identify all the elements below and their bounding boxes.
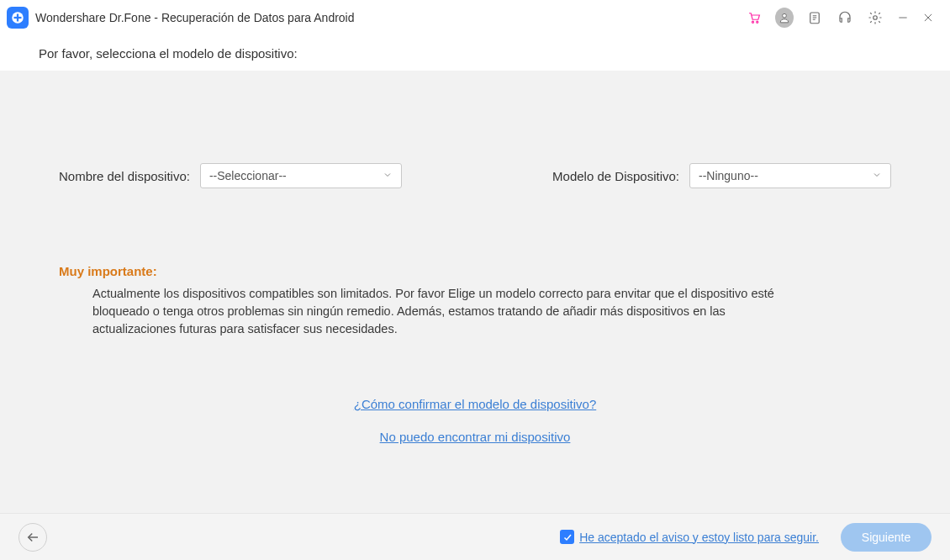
account-icon[interactable] bbox=[775, 8, 794, 27]
instruction-text: Por favor, selecciona el modelo de dispo… bbox=[0, 35, 950, 71]
titlebar: Wondershare Dr.Fone - Recuperación de Da… bbox=[0, 0, 950, 35]
svg-point-7 bbox=[873, 16, 878, 20]
important-notice: Muy importante: Actualmente los disposit… bbox=[59, 264, 891, 338]
svg-point-3 bbox=[752, 21, 753, 23]
device-name-group: Nombre del dispositivo: --Seleccionar-- bbox=[59, 163, 402, 188]
cannot-find-device-link[interactable]: No puedo encontrar mi dispositivo bbox=[380, 430, 571, 444]
settings-icon[interactable] bbox=[866, 8, 884, 27]
important-heading: Muy importante: bbox=[59, 264, 891, 278]
svg-rect-2 bbox=[14, 17, 22, 18]
support-icon[interactable] bbox=[836, 8, 854, 27]
device-name-select[interactable]: --Seleccionar-- bbox=[200, 163, 402, 188]
device-select-row: Nombre del dispositivo: --Seleccionar-- … bbox=[59, 163, 891, 188]
device-name-value: --Seleccionar-- bbox=[209, 169, 287, 182]
accept-checkbox-group: He aceptado el aviso y estoy listo para … bbox=[560, 530, 819, 544]
back-button[interactable] bbox=[18, 523, 47, 552]
accept-label[interactable]: He aceptado el aviso y estoy listo para … bbox=[579, 531, 819, 544]
important-body: Actualmente los dispositivos compatibles… bbox=[59, 285, 782, 338]
help-links: ¿Cómo confirmar el modelo de dispositivo… bbox=[59, 397, 891, 444]
device-model-label: Modelo de Dispositivo: bbox=[552, 169, 679, 183]
app-title: Wondershare Dr.Fone - Recuperación de Da… bbox=[35, 11, 355, 24]
svg-point-5 bbox=[783, 13, 787, 18]
device-model-value: --Ninguno-- bbox=[699, 169, 758, 182]
footer: He aceptado el aviso y estoy listo para … bbox=[0, 513, 950, 560]
cart-icon[interactable] bbox=[745, 8, 763, 27]
main-area: Nombre del dispositivo: --Seleccionar-- … bbox=[0, 71, 950, 513]
minimize-button[interactable] bbox=[896, 11, 910, 24]
device-name-label: Nombre del dispositivo: bbox=[59, 169, 190, 183]
next-button[interactable]: Siguiente bbox=[841, 523, 932, 552]
device-model-select[interactable]: --Ninguno-- bbox=[689, 163, 891, 188]
svg-point-4 bbox=[757, 21, 758, 23]
confirm-model-link[interactable]: ¿Cómo confirmar el modelo de dispositivo… bbox=[354, 397, 596, 411]
notes-icon[interactable] bbox=[805, 8, 824, 27]
accept-checkbox[interactable] bbox=[560, 530, 574, 544]
chevron-down-icon bbox=[383, 169, 393, 182]
close-button[interactable] bbox=[921, 11, 935, 24]
titlebar-icons bbox=[745, 8, 943, 27]
chevron-down-icon bbox=[872, 169, 882, 182]
device-model-group: Modelo de Dispositivo: --Ninguno-- bbox=[552, 163, 891, 188]
app-logo bbox=[7, 7, 29, 29]
